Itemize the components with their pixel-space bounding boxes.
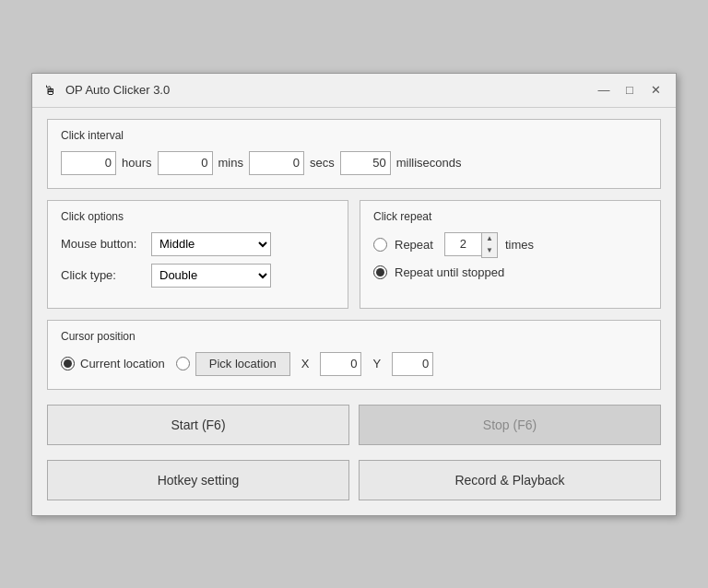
window-controls: — □ ✕ xyxy=(593,81,667,100)
ms-input[interactable] xyxy=(340,151,391,175)
y-label: Y xyxy=(372,357,381,370)
mins-input[interactable] xyxy=(158,151,213,175)
spinner-up-button[interactable]: ▲ xyxy=(482,233,497,245)
spinner-buttons: ▲ ▼ xyxy=(481,232,498,258)
content-area: Click interval hours mins secs milliseco… xyxy=(32,108,676,515)
current-location-radio[interactable] xyxy=(61,357,75,370)
pick-location-option: Pick location xyxy=(176,352,290,376)
y-input[interactable] xyxy=(392,352,433,376)
cursor-position-title: Cursor position xyxy=(61,330,647,343)
click-options-title: Click options xyxy=(61,210,335,223)
secs-input[interactable] xyxy=(249,151,304,175)
repeat-count-input[interactable] xyxy=(444,232,481,256)
hotkey-button[interactable]: Hotkey setting xyxy=(47,460,349,500)
pick-location-button[interactable]: Pick location xyxy=(195,352,290,376)
record-playback-button[interactable]: Record & Playback xyxy=(359,460,661,500)
click-options-section: Click options Mouse button: Left Middle … xyxy=(47,200,348,309)
cursor-position-section: Cursor position Current location Pick lo… xyxy=(47,320,661,390)
hours-label: hours xyxy=(122,156,152,170)
repeat-spinner: ▲ ▼ xyxy=(444,232,498,258)
repeat-radio[interactable] xyxy=(373,238,387,252)
middle-row: Click options Mouse button: Left Middle … xyxy=(47,200,661,309)
mins-label: mins xyxy=(218,156,243,170)
click-repeat-title: Click repeat xyxy=(373,210,647,223)
spinner-down-button[interactable]: ▼ xyxy=(482,245,497,257)
action-buttons-row2: Hotkey setting Record & Playback xyxy=(47,460,661,500)
cursor-row: Current location Pick location X Y xyxy=(61,352,647,376)
click-interval-title: Click interval xyxy=(61,129,647,142)
start-button[interactable]: Start (F6) xyxy=(47,405,349,445)
x-input[interactable] xyxy=(320,352,361,376)
times-label: times xyxy=(505,238,534,252)
x-label: X xyxy=(301,357,310,370)
ms-label: milliseconds xyxy=(396,156,462,170)
click-repeat-section: Click repeat Repeat ▲ ▼ times Re xyxy=(360,200,661,309)
mouse-button-select[interactable]: Left Middle Right xyxy=(151,232,271,256)
mouse-button-label: Mouse button: xyxy=(61,237,144,251)
pick-location-radio[interactable] xyxy=(176,357,190,370)
action-buttons-row1: Start (F6) Stop (F6) xyxy=(47,405,661,445)
app-icon: 🖱 xyxy=(41,82,58,99)
repeat-until-label: Repeat until stopped xyxy=(395,265,504,279)
interval-row: hours mins secs milliseconds xyxy=(61,151,647,175)
minimize-button[interactable]: — xyxy=(593,81,615,100)
current-location-label: Current location xyxy=(80,357,165,370)
click-interval-section: Click interval hours mins secs milliseco… xyxy=(47,119,661,189)
click-type-label: Click type: xyxy=(61,268,144,282)
click-type-row: Click type: Single Double xyxy=(61,264,335,288)
close-button[interactable]: ✕ xyxy=(644,81,667,100)
repeat-until-radio[interactable] xyxy=(373,265,387,279)
window-title: OP Auto Clicker 3.0 xyxy=(65,83,593,97)
main-window: 🖱 OP Auto Clicker 3.0 — □ ✕ Click interv… xyxy=(31,73,677,516)
title-bar: 🖱 OP Auto Clicker 3.0 — □ ✕ xyxy=(32,74,676,108)
current-location-option: Current location xyxy=(61,357,165,370)
hours-input[interactable] xyxy=(61,151,116,175)
mouse-button-row: Mouse button: Left Middle Right xyxy=(61,232,335,256)
repeat-until-row: Repeat until stopped xyxy=(373,265,647,279)
repeat-row: Repeat ▲ ▼ times xyxy=(373,232,647,258)
repeat-label: Repeat xyxy=(395,238,433,252)
stop-button: Stop (F6) xyxy=(359,405,661,445)
secs-label: secs xyxy=(310,156,335,170)
click-type-select[interactable]: Single Double xyxy=(151,264,271,288)
maximize-button[interactable]: □ xyxy=(619,81,641,100)
